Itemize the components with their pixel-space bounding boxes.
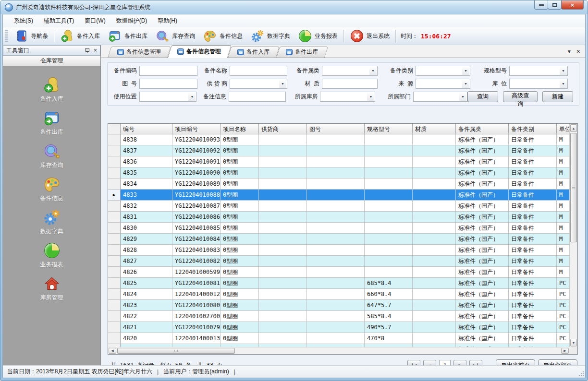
table-cell[interactable] (365, 234, 413, 244)
table-cell[interactable]: 0型圈 (220, 167, 259, 178)
sidebar-item-warehouse-mgmt[interactable]: 库房管理 (16, 274, 88, 308)
table-cell[interactable]: M (557, 256, 569, 266)
table-cell[interactable]: 日常备件 (509, 322, 557, 333)
horizontal-scrollbar[interactable]: ◀ ▶ (108, 347, 569, 354)
table-cell[interactable] (413, 201, 456, 211)
pin-icon[interactable] (85, 48, 90, 53)
table-cell[interactable] (307, 256, 365, 266)
toolbar-data-dictionary-button[interactable]: 数据字典 (246, 27, 294, 45)
table-cell[interactable] (307, 245, 365, 255)
table-cell[interactable] (413, 322, 456, 333)
sidebar-group-warehouse[interactable]: 仓库管理 (3, 56, 100, 66)
table-cell[interactable]: M (557, 134, 569, 145)
table-cell[interactable]: 标准件（国产） (456, 300, 509, 310)
table-cell[interactable] (259, 156, 307, 167)
vertical-scroll-thumb[interactable] (570, 133, 577, 242)
table-cell[interactable]: 标准件（国产） (456, 267, 509, 277)
table-cell[interactable]: 日常备件 (509, 289, 557, 299)
table-cell[interactable] (413, 179, 456, 189)
table-cell[interactable]: 1220401000599 (172, 267, 220, 277)
toolbar-parts-info-button[interactable]: 备件信息 (199, 27, 246, 45)
row-selector[interactable] (108, 234, 121, 244)
row-selector[interactable] (108, 311, 121, 321)
row-selector[interactable] (108, 167, 121, 178)
table-cell[interactable] (365, 167, 413, 178)
row-selector[interactable] (108, 223, 121, 233)
table-cell[interactable] (307, 134, 365, 145)
sidebar-item-parts-outbound[interactable]: 备件出库 (16, 109, 88, 142)
table-cell[interactable]: 日常备件 (509, 145, 557, 156)
table-cell[interactable]: 4825 (121, 278, 172, 288)
table-cell[interactable]: 0型圈 (220, 289, 259, 299)
table-cell[interactable]: YG12204010084 (172, 234, 220, 244)
table-cell[interactable] (413, 300, 456, 310)
row-selector[interactable] (108, 201, 121, 211)
table-cell[interactable]: 标准件（国产） (456, 223, 509, 233)
table-cell[interactable] (259, 145, 307, 156)
table-cell[interactable]: M (557, 179, 569, 189)
table-cell[interactable]: 0型圈 (220, 256, 259, 266)
table-row[interactable]: 4836YG122040100910型圈标准件（国产）日常备件M (108, 156, 569, 167)
tab-parts-outbound[interactable]: 备件出库 (276, 47, 325, 58)
table-cell[interactable]: 4832 (121, 201, 172, 211)
sidebar-item-parts-inbound[interactable]: 备件入库 (16, 76, 88, 109)
table-cell[interactable]: 660*8.4 (365, 289, 413, 299)
table-row[interactable]: 4835YG122040100900型圈标准件（国产）日常备件M (108, 167, 569, 179)
table-cell[interactable] (413, 234, 456, 244)
row-selector[interactable] (108, 322, 121, 333)
table-cell[interactable] (365, 212, 413, 222)
scroll-right-icon[interactable]: ▶ (561, 348, 569, 354)
part-name-input[interactable] (230, 66, 287, 76)
new-button[interactable]: 新建 (542, 91, 573, 102)
table-cell[interactable]: 0型圈 (220, 322, 259, 333)
table-cell[interactable]: YG12204010083 (172, 245, 220, 255)
table-cell[interactable]: 647*5.7 (365, 300, 413, 310)
table-cell[interactable]: 470*8 (365, 333, 413, 344)
table-cell[interactable]: YG12204010090 (172, 167, 220, 178)
table-cell[interactable]: 日常备件 (509, 212, 557, 222)
table-cell[interactable] (259, 300, 307, 310)
table-row[interactable]: 4834YG122040100890型圈标准件（国产）日常备件M (108, 179, 569, 190)
column-header[interactable]: 供货商 (259, 124, 307, 134)
sidebar-item-data-dictionary[interactable]: 数据字典 (16, 208, 88, 241)
table-cell[interactable]: 标准件（国产） (456, 256, 509, 266)
column-header[interactable]: 材质 (413, 124, 456, 134)
table-cell[interactable]: YG12204010091 (172, 156, 220, 167)
table-cell[interactable]: M (557, 190, 569, 200)
table-cell[interactable]: 日常备件 (509, 256, 557, 266)
table-cell[interactable]: 0型圈 (220, 212, 259, 222)
table-cell[interactable]: 0型圈 (220, 179, 259, 189)
sidebar-item-stock-query[interactable]: 库存查询 (16, 142, 88, 175)
table-cell[interactable]: 日常备件 (509, 156, 557, 167)
table-cell[interactable]: 标准件（国产） (456, 234, 509, 244)
table-cell[interactable]: 日常备件 (509, 134, 557, 145)
horizontal-scroll-thumb[interactable] (117, 348, 235, 354)
table-cell[interactable]: 0型圈 (220, 234, 259, 244)
table-cell[interactable]: YG12204010081 (172, 278, 220, 288)
material-input[interactable] (322, 79, 378, 89)
table-cell[interactable]: YG12204010079 (172, 322, 220, 333)
menu-tools[interactable]: 辅助工具(T) (38, 15, 79, 27)
table-row[interactable]: 482412204014000120型圈660*8.4标准件（国产）日常备件PC (108, 289, 569, 300)
table-cell[interactable] (365, 190, 413, 200)
resize-grip[interactable] (578, 371, 584, 377)
tab-parts-info-management-2[interactable]: 备件信息管理 (168, 45, 228, 58)
table-cell[interactable]: 标准件（国产） (456, 245, 509, 255)
table-cell[interactable] (413, 156, 456, 167)
table-cell[interactable] (413, 311, 456, 321)
table-cell[interactable]: 0型圈 (220, 134, 259, 145)
table-cell[interactable] (365, 267, 413, 277)
table-cell[interactable]: PC (557, 322, 569, 333)
table-cell[interactable] (259, 190, 307, 200)
table-cell[interactable] (365, 223, 413, 233)
table-row[interactable]: 482212204010027000型圈585*8.4标准件（国产）日常备件PC (108, 311, 569, 322)
table-cell[interactable] (259, 311, 307, 321)
table-cell[interactable] (413, 245, 456, 255)
tool-window-close-icon[interactable]: × (94, 48, 97, 53)
table-cell[interactable]: 标准件（国产） (456, 145, 509, 156)
tab-parts-inbound[interactable]: 备件入库 (228, 47, 276, 58)
table-cell[interactable]: 0型圈 (220, 278, 259, 288)
table-cell[interactable] (307, 300, 365, 310)
table-row[interactable]: 482012204014000130型圈470*8标准件（国产）日常备件PC (108, 333, 569, 344)
table-cell[interactable]: 4831 (121, 212, 172, 222)
